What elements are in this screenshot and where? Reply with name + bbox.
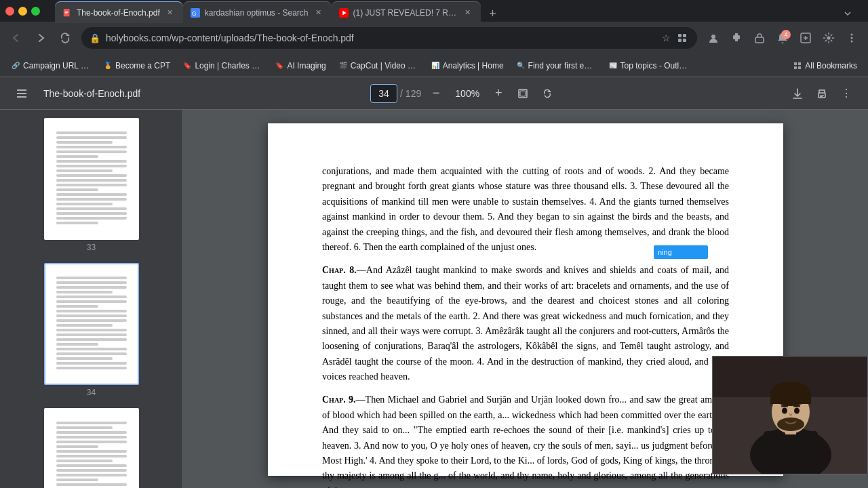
close-window-button[interactable]: [5, 7, 14, 16]
print-button[interactable]: [811, 83, 833, 104]
thumb-lines-35: [51, 416, 132, 488]
page-separator: /: [400, 88, 403, 99]
svg-point-20: [851, 37, 853, 39]
thumbnail-34[interactable]: 34: [44, 263, 139, 397]
tab-search-close[interactable]: ✕: [313, 7, 325, 19]
bookmark-cpt-icon: 🏅: [103, 61, 113, 70]
pdf-page-content: conjurations, and made them acquainted w…: [268, 123, 783, 476]
bookmark-campaign-icon: 🔗: [11, 61, 20, 70]
pdf-toolbar: The-book-of-Enoch.pdf / 129 − 100% +: [0, 77, 868, 110]
page-input-group: / 129: [370, 84, 421, 103]
thumb-lines-33: [51, 126, 132, 232]
bookmark-ai[interactable]: 🔖 AI Imaging: [269, 58, 331, 74]
video-overlay[interactable]: [712, 356, 868, 474]
search-tab-favicon: G: [190, 7, 201, 18]
pdf-title: The-book-of-Enoch.pdf: [43, 88, 140, 99]
page-total: 129: [406, 88, 421, 99]
svg-point-21: [851, 41, 853, 43]
thumbnail-panel: 33: [0, 110, 183, 488]
svg-point-19: [851, 34, 853, 36]
all-bookmarks-button[interactable]: All Bookmarks: [787, 58, 863, 74]
refresh-button[interactable]: [54, 27, 76, 49]
pdf-content-area: 33: [0, 110, 868, 488]
tab-pdf[interactable]: The-book-of-Enoch.pdf ✕: [55, 1, 183, 23]
bookmark-capcut[interactable]: 🎬 CapCut | Video Edi...: [333, 58, 424, 74]
pdf-tab-favicon: [62, 7, 73, 18]
pdf-more-button[interactable]: ⋮: [835, 83, 857, 104]
account-button[interactable]: [703, 27, 724, 49]
browser-frame: The-book-of-Enoch.pdf ✕ G kardashian opt…: [0, 0, 868, 488]
pdf-viewer: The-book-of-Enoch.pdf / 129 − 100% +: [0, 77, 868, 488]
tab-overflow-button[interactable]: [838, 4, 857, 23]
thumbnail-page-34: [44, 263, 139, 385]
extensions-icon[interactable]: [675, 31, 689, 45]
chap8-heading: Chap. 8.: [322, 265, 357, 275]
tab-youtube[interactable]: (1) JUST REVEALED! 7 Reaso... ✕: [332, 1, 481, 23]
svg-rect-30: [820, 95, 824, 96]
bookmark-cpt[interactable]: 🏅 Become a CPT: [98, 58, 176, 74]
tab-pdf-label: The-book-of-Enoch.pdf: [77, 8, 160, 18]
extensions-button[interactable]: [726, 27, 747, 49]
password-button[interactable]: [749, 27, 770, 49]
zoom-in-button[interactable]: +: [489, 84, 508, 103]
thumbnail-33[interactable]: 33: [44, 118, 139, 252]
forward-button[interactable]: [30, 27, 52, 49]
notifications-button[interactable]: 4: [772, 27, 793, 49]
thumbnail-num-33: 33: [87, 243, 96, 252]
zoom-out-button[interactable]: −: [427, 84, 446, 103]
bookmark-login-label: Login | Charles Sc...: [195, 61, 262, 70]
video-inner: [713, 357, 867, 474]
bookmark-topics-icon: 📰: [608, 61, 618, 70]
maximize-window-button[interactable]: [31, 7, 40, 16]
svg-rect-39: [770, 394, 811, 404]
paragraph-chap8: Chap. 8.—And Azâzêl taught mankind to ma…: [322, 263, 729, 384]
url-text: holybooks.com/wp-content/uploads/The-boo…: [106, 33, 654, 43]
address-bar[interactable]: 🔒 holybooks.com/wp-content/uploads/The-b…: [81, 27, 697, 49]
svg-rect-44: [793, 405, 800, 407]
svg-rect-43: [781, 405, 788, 407]
chap8-text: —And Azâzêl taught mankind to make sword…: [322, 265, 729, 382]
star-icon[interactable]: ☆: [659, 31, 673, 45]
chap9-text: —Then Michael and Gabriel and Surjân and…: [322, 394, 729, 488]
bookmark-campaign[interactable]: 🔗 Campaign URL Bui...: [5, 58, 96, 74]
bookmark-campaign-label: Campaign URL Bui...: [23, 61, 91, 70]
rotate-button[interactable]: [538, 84, 557, 103]
all-bookmarks-label: All Bookmarks: [805, 61, 857, 70]
bookmarks-manager-button[interactable]: [795, 27, 816, 49]
svg-rect-11: [678, 39, 682, 42]
svg-rect-3: [65, 13, 68, 14]
svg-rect-1: [65, 11, 68, 12]
fit-page-button[interactable]: [513, 84, 532, 103]
tab-search[interactable]: G kardashian optimus - Search ✕: [183, 1, 332, 23]
notification-badge: 4: [781, 30, 791, 39]
bookmark-login[interactable]: 🔖 Login | Charles Sc...: [177, 58, 268, 74]
settings-button[interactable]: [818, 27, 840, 49]
minimize-window-button[interactable]: [18, 7, 27, 16]
svg-rect-12: [683, 39, 686, 42]
svg-rect-14: [755, 37, 764, 43]
pdf-toolbar-center: / 129 − 100% +: [146, 84, 781, 103]
nav-right-icons: 4: [703, 27, 863, 49]
tab-search-label: kardashian optimus - Search: [205, 8, 309, 18]
thumb-lines-34: [51, 271, 132, 377]
download-button[interactable]: [787, 83, 808, 104]
tab-youtube-close[interactable]: ✕: [462, 7, 474, 19]
bookmark-find[interactable]: 🔍 Find your first eve...: [511, 58, 601, 74]
tab-pdf-close[interactable]: ✕: [164, 7, 176, 19]
svg-text:G: G: [192, 9, 197, 16]
browser-menu-button[interactable]: [841, 27, 863, 49]
bookmark-find-label: Find your first eve...: [528, 61, 596, 70]
svg-rect-10: [683, 34, 686, 37]
new-tab-button[interactable]: +: [484, 4, 502, 23]
tabs-bar: The-book-of-Enoch.pdf ✕ G kardashian opt…: [50, 0, 863, 23]
bookmark-analytics[interactable]: 📊 Analytics | Home: [425, 58, 509, 74]
bookmark-analytics-icon: 📊: [431, 61, 440, 70]
side-hint-text: ning: [658, 248, 672, 256]
thumbnail-35[interactable]: 35: [44, 408, 139, 488]
bookmark-find-icon: 🔍: [516, 61, 526, 70]
bookmark-topics[interactable]: 📰 Top topics - Outle...: [603, 58, 694, 74]
back-button[interactable]: [5, 27, 27, 49]
page-number-input[interactable]: [370, 84, 397, 103]
sidebar-toggle-button[interactable]: [11, 83, 33, 104]
bookmarks-bar: 🔗 Campaign URL Bui... 🏅 Become a CPT 🔖 L…: [0, 54, 868, 77]
